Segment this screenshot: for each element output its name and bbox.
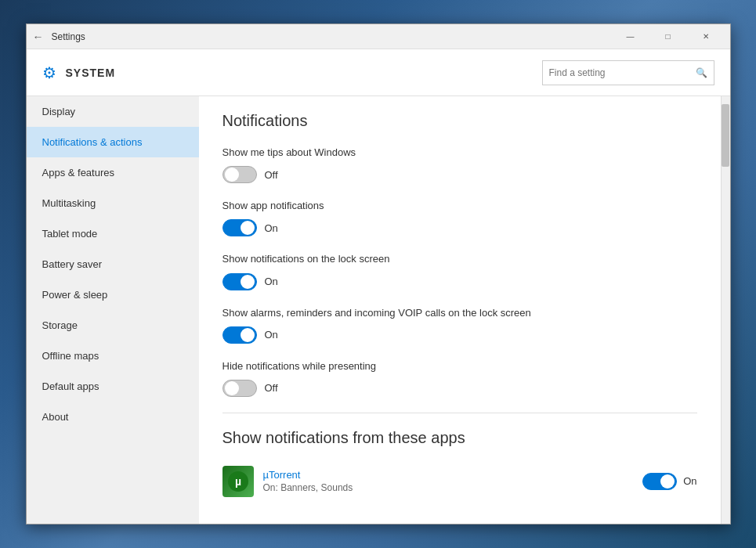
app-info-utorrent: µTorrent On: Banners, Sounds [263, 469, 634, 493]
utorrent-svg: µ [226, 470, 250, 493]
setting-alarms-label: Show alarms, reminders and incoming VOIP… [222, 306, 697, 320]
sidebar-item-tablet-mode[interactable]: Tablet mode [27, 218, 199, 249]
app-sub-utorrent: On: Banners, Sounds [263, 482, 634, 493]
sidebar-item-power-sleep[interactable]: Power & sleep [27, 279, 199, 310]
toggle-knob [660, 474, 675, 489]
sidebar-item-display[interactable]: Display [27, 96, 199, 127]
title-bar: ← Settings — □ ✕ [27, 24, 730, 49]
toggle-knob [241, 328, 255, 342]
toggle-knob [225, 381, 239, 395]
app-row-utorrent: µ µTorrent On: Banners, Sounds On [222, 460, 697, 503]
app-toggle-row-utorrent: On [642, 473, 696, 490]
app-name-utorrent[interactable]: µTorrent [263, 469, 634, 481]
title-bar-title: Settings [52, 31, 613, 42]
setting-presenting-toggle[interactable] [222, 380, 257, 397]
svg-text:µ: µ [234, 475, 241, 488]
setting-app-notifications-toggle[interactable] [222, 219, 257, 236]
sidebar-item-notifications[interactable]: Notifications & actions [27, 127, 199, 157]
setting-app-notifications-label: Show app notifications [222, 199, 697, 213]
search-icon: 🔍 [696, 67, 707, 78]
setting-presenting-state: Off [265, 382, 278, 394]
minimize-button[interactable]: — [613, 24, 649, 49]
toggle-knob [241, 275, 255, 289]
app-icon-utorrent: µ [222, 466, 254, 497]
close-button[interactable]: ✕ [688, 24, 724, 49]
setting-alarms: Show alarms, reminders and incoming VOIP… [222, 306, 697, 344]
gear-icon: ⚙ [42, 63, 56, 82]
setting-alarms-state: On [265, 329, 278, 341]
close-icon: ✕ [703, 32, 709, 41]
search-input[interactable] [549, 67, 696, 78]
notifications-title: Notifications [222, 112, 697, 130]
setting-app-notifications-state: On [265, 222, 278, 234]
toggle-knob [241, 221, 255, 235]
setting-tips-toggle-row: Off [222, 166, 697, 183]
sidebar-item-offline-maps[interactable]: Offline maps [27, 341, 199, 371]
setting-tips-toggle[interactable] [222, 166, 257, 183]
setting-lock-screen-toggle[interactable] [222, 273, 257, 290]
scrollbar[interactable] [721, 96, 730, 524]
main-layout: Display Notifications & actions Apps & f… [27, 96, 730, 524]
setting-alarms-toggle-row: On [222, 326, 697, 344]
maximize-icon: □ [665, 32, 670, 41]
setting-tips-state: Off [265, 169, 278, 181]
setting-presenting-label: Hide notifications while presenting [222, 359, 697, 373]
setting-presenting: Hide notifications while presenting Off [222, 359, 697, 397]
sidebar-item-storage[interactable]: Storage [27, 310, 199, 341]
setting-app-notifications: Show app notifications On [222, 199, 697, 236]
title-bar-controls: — □ ✕ [613, 24, 724, 49]
setting-alarms-toggle[interactable] [222, 326, 257, 344]
maximize-button[interactable]: □ [650, 24, 686, 49]
setting-lock-screen-label: Show notifications on the lock screen [222, 252, 697, 266]
setting-lock-screen-toggle-row: On [222, 273, 697, 290]
sidebar-item-apps-features[interactable]: Apps & features [27, 157, 199, 188]
toggle-knob [225, 168, 239, 182]
apps-section-title: Show notifications from these apps [222, 429, 697, 447]
minimize-icon: — [627, 32, 635, 41]
sidebar-item-about[interactable]: About [27, 402, 199, 432]
section-divider [222, 413, 697, 413]
sidebar-item-multitasking[interactable]: Multitasking [27, 188, 199, 218]
app-toggle-state-utorrent: On [683, 475, 696, 487]
main-content: Notifications Show me tips about Windows… [199, 96, 721, 524]
setting-lock-screen: Show notifications on the lock screen On [222, 252, 697, 290]
search-box[interactable]: 🔍 [542, 60, 714, 85]
sidebar: Display Notifications & actions Apps & f… [27, 96, 199, 524]
setting-tips: Show me tips about Windows Off [222, 146, 697, 183]
setting-app-notifications-toggle-row: On [222, 219, 697, 236]
back-icon: ← [33, 31, 44, 43]
setting-tips-label: Show me tips about Windows [222, 146, 697, 160]
setting-lock-screen-state: On [265, 276, 278, 287]
setting-presenting-toggle-row: Off [222, 380, 697, 397]
title-bar-back-button[interactable]: ← [33, 31, 44, 43]
header-bar: ⚙ SYSTEM 🔍 [27, 49, 730, 96]
sidebar-item-battery-saver[interactable]: Battery saver [27, 249, 199, 279]
app-toggle-utorrent[interactable] [642, 473, 677, 490]
sidebar-item-default-apps[interactable]: Default apps [27, 371, 199, 402]
settings-window: ← Settings — □ ✕ ⚙ SYSTEM 🔍 Display Noti… [26, 23, 731, 525]
scrollbar-thumb[interactable] [722, 104, 729, 167]
system-title: SYSTEM [66, 67, 542, 79]
